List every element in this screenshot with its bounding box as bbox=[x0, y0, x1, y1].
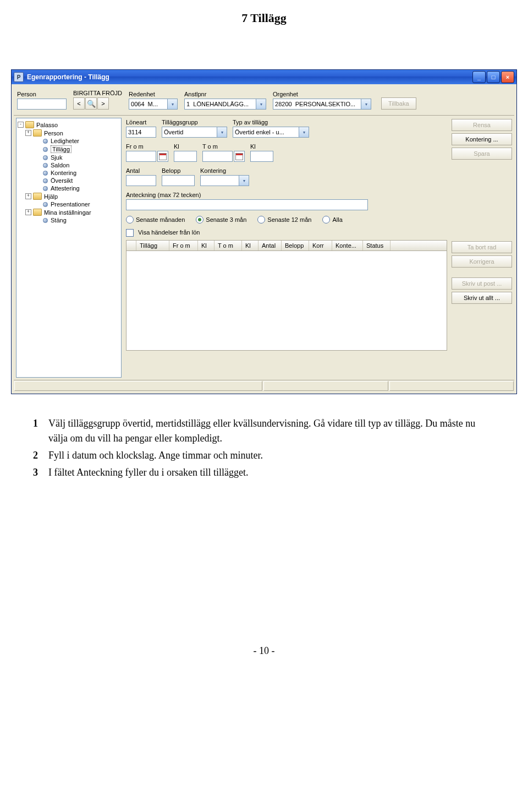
grid-header-belopp[interactable]: Belopp bbox=[282, 241, 309, 250]
kontering-dropdown-button[interactable]: ▾ bbox=[239, 175, 249, 186]
ta-bort-rad-button[interactable]: Ta bort rad bbox=[452, 241, 512, 253]
kl1-label: Kl bbox=[174, 143, 197, 150]
kontering-input[interactable] bbox=[200, 175, 239, 186]
tree-item-person[interactable]: +Person bbox=[18, 129, 120, 137]
chevron-down-icon: ▾ bbox=[365, 102, 367, 107]
radio-senaste-3-man[interactable]: Senaste 3 mån bbox=[196, 216, 246, 224]
radio-senaste-manaden[interactable]: Senaste månaden bbox=[126, 216, 185, 224]
back-button[interactable]: Tillbaka bbox=[381, 97, 416, 110]
tree-item-kontering[interactable]: Kontering bbox=[18, 169, 120, 177]
grid-header-till-gg[interactable]: Tillägg bbox=[136, 241, 169, 250]
radio-icon bbox=[322, 216, 330, 224]
redenhet-label: Redenhet bbox=[129, 91, 178, 97]
tree-item-översikt[interactable]: Översikt bbox=[18, 177, 120, 184]
tree-item-presentationer[interactable]: Presentationer bbox=[18, 200, 120, 208]
close-button[interactable]: × bbox=[501, 71, 514, 83]
typ-input[interactable] bbox=[233, 127, 299, 138]
orgenhet-input[interactable] bbox=[273, 99, 361, 110]
tree-item-mina-inställningar[interactable]: +Mina inställningar bbox=[18, 208, 120, 216]
expand-icon[interactable]: + bbox=[25, 193, 31, 199]
tree-label: Mina inställningar bbox=[44, 209, 91, 216]
radio-icon bbox=[126, 216, 134, 224]
skriv-ut-post-button[interactable]: Skriv ut post ... bbox=[452, 277, 512, 290]
instruction-number: 3 bbox=[33, 465, 48, 480]
folder-icon bbox=[33, 129, 42, 137]
tom-date-input[interactable] bbox=[202, 151, 233, 162]
tom-label: T o m bbox=[202, 143, 245, 150]
titlebar: P Egenrapportering - Tillägg _ □ × bbox=[12, 70, 516, 84]
grid-header-fr-o-m[interactable]: Fr o m bbox=[169, 241, 198, 250]
tree-spacer bbox=[33, 147, 40, 152]
tree-label: Tillägg bbox=[51, 145, 72, 153]
tree-item-sjuk[interactable]: Sjuk bbox=[18, 154, 120, 161]
radio-label: Senaste månaden bbox=[136, 216, 185, 223]
tree-item-stäng[interactable]: Stäng bbox=[18, 216, 120, 224]
anstlpnr-input[interactable] bbox=[184, 99, 256, 110]
tillaggsgrupp-dropdown-button[interactable]: ▾ bbox=[217, 127, 227, 138]
grid-header-antal[interactable]: Antal bbox=[258, 241, 282, 250]
kontering-button[interactable]: Kontering ... bbox=[452, 133, 512, 145]
tree-item-attestering[interactable]: Attestering bbox=[18, 184, 120, 192]
antal-input[interactable] bbox=[126, 175, 156, 186]
anteckning-input[interactable] bbox=[126, 199, 368, 210]
minimize-button[interactable]: _ bbox=[472, 71, 486, 83]
rensa-button[interactable]: Rensa bbox=[452, 119, 512, 131]
tree-item-hjälp[interactable]: +Hjälp bbox=[18, 192, 120, 200]
bullet-icon bbox=[43, 155, 48, 160]
radio-alla[interactable]: Alla bbox=[322, 216, 342, 224]
loneart-input[interactable] bbox=[126, 127, 156, 138]
grid-header-kl[interactable]: Kl bbox=[242, 241, 258, 250]
grid-header-status[interactable]: Status bbox=[363, 241, 391, 250]
bullet-icon bbox=[43, 202, 48, 207]
typ-dropdown-button[interactable]: ▾ bbox=[299, 127, 309, 138]
grid-header-korr[interactable]: Korr bbox=[309, 241, 332, 250]
tree-item-tillägg[interactable]: Tillägg bbox=[18, 145, 120, 154]
tree-spacer bbox=[33, 139, 40, 144]
data-grid[interactable]: TilläggFr o mKlT o mKlAntalBeloppKorrKon… bbox=[126, 240, 447, 351]
visa-handelser-checkbox[interactable]: Visa händelser från lön bbox=[126, 229, 200, 236]
redenhet-dropdown-button[interactable]: ▾ bbox=[167, 99, 178, 110]
search-button[interactable]: 🔍 bbox=[85, 97, 97, 110]
kl2-label: Kl bbox=[250, 143, 273, 150]
kl1-input[interactable] bbox=[174, 151, 197, 162]
redenhet-input[interactable] bbox=[129, 99, 167, 110]
from-calendar-button[interactable] bbox=[157, 151, 168, 162]
korrigera-button[interactable]: Korrigera bbox=[452, 255, 512, 268]
grid-header-kl[interactable]: Kl bbox=[198, 241, 215, 250]
tree-item-palasso[interactable]: -Palasso bbox=[18, 121, 120, 129]
collapse-icon[interactable]: - bbox=[18, 122, 24, 128]
bullet-icon bbox=[43, 218, 48, 223]
chevron-down-icon: ▾ bbox=[221, 130, 223, 135]
tree-item-saldon[interactable]: Saldon bbox=[18, 161, 120, 169]
anstlpnr-dropdown-button[interactable]: ▾ bbox=[256, 99, 266, 110]
spara-button[interactable]: Spara bbox=[452, 148, 512, 160]
nav-tree[interactable]: -Palasso+PersonLedigheterTilläggSjukSald… bbox=[16, 118, 122, 378]
close-icon: × bbox=[506, 74, 509, 80]
expand-icon[interactable]: + bbox=[25, 209, 31, 215]
next-button[interactable]: > bbox=[97, 97, 109, 110]
tillaggsgrupp-input[interactable] bbox=[162, 127, 217, 138]
tree-label: Stäng bbox=[51, 217, 67, 224]
grid-header-t-o-m[interactable]: T o m bbox=[215, 241, 242, 250]
tree-item-ledigheter[interactable]: Ledigheter bbox=[18, 137, 120, 145]
expand-icon[interactable]: + bbox=[25, 130, 31, 136]
instruction-text: Fyll i datum och klockslag. Ange timmar … bbox=[48, 448, 495, 463]
orgenhet-dropdown-button[interactable]: ▾ bbox=[361, 99, 371, 110]
tree-spacer bbox=[33, 171, 40, 176]
person-name-label: BIRGITTA FRÖJD bbox=[73, 90, 122, 96]
from-date-input[interactable] bbox=[126, 151, 156, 162]
calendar-icon bbox=[159, 153, 167, 160]
tom-calendar-button[interactable] bbox=[234, 151, 245, 162]
chevron-down-icon: ▾ bbox=[260, 102, 262, 107]
section-heading: 7 Tillägg bbox=[33, 11, 495, 25]
instruction-list: 1Välj tilläggsgrupp övertid, mertidstill… bbox=[33, 416, 495, 480]
belopp-input[interactable] bbox=[162, 175, 195, 186]
prev-button[interactable]: < bbox=[73, 97, 85, 110]
maximize-button[interactable]: □ bbox=[487, 71, 500, 83]
radio-senaste-12-man[interactable]: Senaste 12 mån bbox=[257, 216, 311, 224]
calendar-icon bbox=[235, 153, 243, 160]
person-input[interactable] bbox=[17, 99, 67, 110]
kl2-input[interactable] bbox=[250, 151, 273, 162]
grid-header-konte-[interactable]: Konte... bbox=[332, 241, 363, 250]
skriv-ut-allt-button[interactable]: Skriv ut allt ... bbox=[452, 292, 512, 304]
